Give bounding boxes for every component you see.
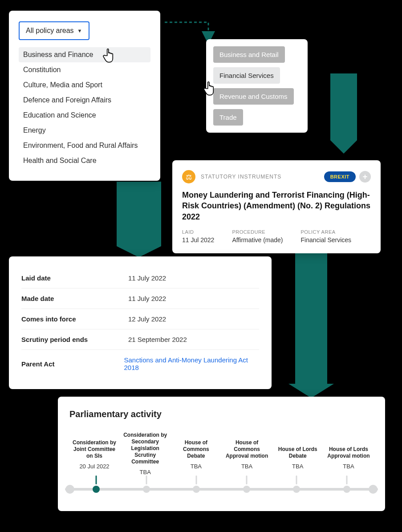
stage-date: TBA bbox=[343, 463, 354, 470]
subcategory-tag[interactable]: Revenue and Customs bbox=[213, 88, 294, 105]
policy-area-option[interactable]: Culture, Media and Sport bbox=[19, 77, 150, 93]
timeline-dot bbox=[93, 486, 100, 493]
stage-label: House of Commons Approval motion bbox=[225, 432, 269, 459]
policy-area-option[interactable]: Energy bbox=[19, 123, 150, 138]
timeline-stage: House of Lords DebateTBA bbox=[276, 432, 320, 475]
date-row: Scrutiny period ends21 September 2022 bbox=[21, 329, 259, 350]
timeline-dot bbox=[143, 486, 150, 493]
policy-area-option[interactable]: Business and Finance bbox=[19, 47, 150, 62]
si-meta-item: POLICY AREAFinancial Services bbox=[301, 229, 352, 244]
timeline-dot bbox=[193, 486, 200, 493]
stage-label: House of Lords Debate bbox=[276, 432, 320, 459]
parliamentary-activity-card: Parliamentary activity Consideration by … bbox=[58, 397, 385, 511]
svg-rect-1 bbox=[117, 182, 161, 246]
policy-areas-dropdown-card: All policy areas ▼ Business and FinanceC… bbox=[9, 11, 160, 181]
statutory-instrument-card[interactable]: ⚖ STATUTORY INSTRUMENTS BREXIT + Money L… bbox=[172, 160, 381, 253]
timeline-stage: House of Commons DebateTBA bbox=[174, 432, 218, 475]
subcategory-tag[interactable]: Financial Services bbox=[213, 67, 280, 84]
stage-date: 20 Jul 2022 bbox=[79, 463, 109, 470]
timeline-dot bbox=[293, 486, 300, 493]
policy-area-option[interactable]: Constitution bbox=[19, 62, 150, 77]
si-type-label: STATUTORY INSTRUMENTS bbox=[201, 174, 281, 180]
subcategory-tag[interactable]: Trade bbox=[213, 109, 243, 126]
date-value: 11 July 2022 bbox=[128, 274, 166, 282]
policy-areas-dropdown[interactable]: All policy areas ▼ bbox=[19, 21, 89, 40]
timeline-stage: House of Lords Approval motionTBA bbox=[326, 432, 371, 475]
stage-date: TBA bbox=[191, 463, 202, 470]
date-row: Comes into force12 July 2022 bbox=[21, 309, 259, 329]
si-meta-label: POLICY AREA bbox=[301, 229, 352, 235]
timeline-dot bbox=[243, 486, 250, 493]
date-label: Scrutiny period ends bbox=[21, 336, 128, 343]
date-label: Parent Act bbox=[21, 360, 124, 368]
add-icon[interactable]: + bbox=[359, 171, 371, 183]
stage-date: TBA bbox=[241, 463, 252, 470]
subcategory-tag[interactable]: Business and Retail bbox=[213, 46, 285, 63]
policy-area-option[interactable]: Environment, Food and Rural Affairs bbox=[19, 138, 150, 153]
date-value: 11 July 2022 bbox=[128, 295, 166, 302]
si-meta-item: LAID11 Jul 2022 bbox=[182, 229, 214, 244]
policy-area-option[interactable]: Education and Science bbox=[19, 108, 150, 123]
si-meta-value: Financial Services bbox=[301, 236, 352, 244]
timeline-tick bbox=[246, 475, 247, 484]
parent-act-link[interactable]: Sanctions and Anti-Money Laundering Act … bbox=[124, 356, 259, 371]
date-row: Laid date11 July 2022 bbox=[21, 268, 259, 288]
date-label: Laid date bbox=[21, 274, 128, 282]
timeline-stage: Consideration by Secondary Legislation S… bbox=[123, 432, 167, 475]
date-value: 12 July 2022 bbox=[128, 315, 166, 323]
policy-areas-list: Business and FinanceConstitutionCulture,… bbox=[19, 47, 150, 168]
date-label: Comes into force bbox=[21, 315, 128, 323]
date-row: Made date11 July 2022 bbox=[21, 288, 259, 309]
si-meta-label: LAID bbox=[182, 229, 214, 235]
si-meta-value: Affirmative (made) bbox=[232, 236, 283, 244]
policy-area-option[interactable]: Defence and Foreign Affairs bbox=[19, 93, 150, 108]
policy-area-option[interactable]: Health and Social Care bbox=[19, 153, 150, 168]
timeline-stage: Consideration by Joint Committee on SIs2… bbox=[72, 432, 117, 475]
scales-icon: ⚖ bbox=[182, 170, 195, 183]
timeline-tick bbox=[96, 475, 97, 484]
date-value: 21 September 2022 bbox=[128, 336, 187, 343]
si-title: Money Laundering and Terrorist Financing… bbox=[182, 190, 371, 222]
stage-label: Consideration by Joint Committee on SIs bbox=[72, 432, 117, 459]
stage-date: TBA bbox=[140, 469, 151, 475]
timeline-tick bbox=[296, 475, 297, 484]
key-dates-card: Laid date11 July 2022Made date11 July 20… bbox=[9, 256, 272, 389]
subcategory-tags-card: Business and RetailFinancial ServicesRev… bbox=[206, 39, 308, 133]
stage-date: TBA bbox=[292, 463, 303, 470]
timeline-end-dot bbox=[369, 485, 378, 494]
date-label: Made date bbox=[21, 295, 128, 302]
si-meta-label: PROCEDURE bbox=[232, 229, 283, 235]
timeline-start-dot bbox=[65, 485, 74, 494]
si-meta-item: PROCEDUREAffirmative (made) bbox=[232, 229, 283, 244]
timeline-dot bbox=[343, 486, 350, 493]
stage-label: Consideration by Secondary Legislation S… bbox=[123, 432, 167, 465]
timeline-tick bbox=[196, 475, 197, 484]
brexit-badge: BREXIT bbox=[324, 171, 356, 182]
chevron-down-icon: ▼ bbox=[77, 28, 82, 33]
stage-label: House of Commons Debate bbox=[174, 432, 218, 459]
activity-title: Parliamentary activity bbox=[69, 409, 374, 419]
timeline-tick bbox=[346, 475, 347, 484]
svg-rect-0 bbox=[330, 73, 357, 140]
date-row: Parent ActSanctions and Anti-Money Laund… bbox=[21, 350, 259, 378]
timeline-stage: House of Commons Approval motionTBA bbox=[225, 432, 269, 475]
si-meta-value: 11 Jul 2022 bbox=[182, 236, 214, 244]
svg-rect-2 bbox=[295, 252, 327, 384]
timeline-tick bbox=[146, 475, 147, 484]
stage-label: House of Lords Approval motion bbox=[326, 432, 371, 459]
dropdown-label: All policy areas bbox=[26, 27, 74, 35]
